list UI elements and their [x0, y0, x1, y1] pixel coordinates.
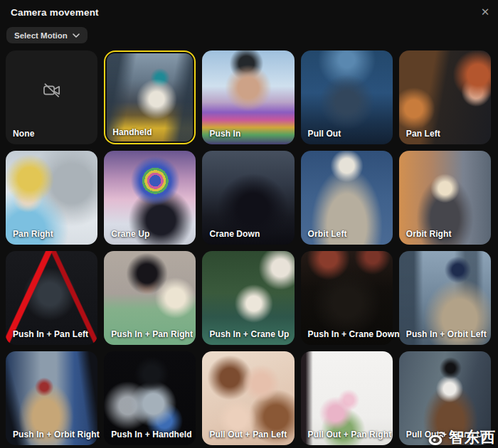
- select-motion-label: Select Motion: [14, 31, 68, 40]
- motion-tile-push-in[interactable]: Push In: [202, 50, 294, 144]
- panel-header: Camera movement ✕: [0, 0, 498, 18]
- motion-tile-push-in-crane-up[interactable]: Push In + Crane Up: [202, 251, 294, 345]
- motion-tile-push-in-orbit-right[interactable]: Push In + Orbit Right: [6, 351, 97, 445]
- motion-label: Orbit Right: [406, 229, 452, 239]
- motion-tile-push-in-pan-left[interactable]: Push In + Pan Left: [6, 251, 97, 345]
- chevron-down-icon: [73, 33, 80, 38]
- motion-label: Pan Right: [13, 229, 53, 239]
- motion-tile-orbit-left[interactable]: Orbit Left: [301, 151, 393, 245]
- motion-label: Push In + Crane Down: [308, 329, 400, 339]
- close-icon: ✕: [481, 6, 490, 18]
- motion-label: Push In + Pan Right: [111, 329, 193, 339]
- page-title: Camera movement: [11, 7, 498, 18]
- motion-label: Push In + Handheld: [111, 430, 191, 439]
- motion-label: Crane Up: [111, 229, 149, 239]
- motion-label: Pan Left: [406, 129, 440, 139]
- close-button[interactable]: ✕: [477, 4, 494, 21]
- motion-label: Pull Out + Pan Right: [308, 430, 392, 439]
- motion-tile-handheld[interactable]: Handheld: [104, 50, 196, 144]
- motion-tile-crane-up[interactable]: Crane Up: [104, 151, 196, 245]
- motion-tile-pull-out[interactable]: Pull Out: [301, 50, 393, 144]
- motion-label: Push In + Pan Left: [13, 329, 88, 339]
- motion-label: Crane Down: [209, 229, 260, 239]
- motion-tile-pull-out-crane-up[interactable]: Pull Out + Crane Up: [399, 351, 491, 445]
- motion-label: Orbit Left: [308, 229, 347, 239]
- motion-tile-push-in-crane-down[interactable]: Push In + Crane Down: [301, 251, 393, 345]
- motion-tile-push-in-handheld[interactable]: Push In + Handheld: [104, 351, 196, 445]
- motion-label: Push In + Crane Up: [209, 329, 289, 339]
- motion-label: Pull Out: [308, 129, 341, 139]
- motion-tile-pull-out-pan-right[interactable]: Pull Out + Pan Right: [301, 351, 393, 445]
- motion-tile-none[interactable]: None: [6, 50, 97, 144]
- motion-label: Pull Out + Pan Left: [209, 430, 287, 439]
- motion-tile-pull-out-pan-left[interactable]: Pull Out + Pan Left: [202, 351, 294, 445]
- motion-tile-pan-left[interactable]: Pan Left: [399, 50, 491, 144]
- motion-tile-orbit-right[interactable]: Orbit Right: [399, 151, 491, 245]
- motion-label: None: [13, 129, 34, 139]
- motion-tile-push-in-pan-right[interactable]: Push In + Pan Right: [104, 251, 196, 345]
- motion-tile-push-in-orbit-left[interactable]: Push In + Orbit Left: [399, 251, 491, 345]
- camera-movement-panel: Camera movement ✕ Select Motion None Ha: [0, 0, 498, 448]
- select-motion-dropdown[interactable]: Select Motion: [6, 27, 88, 43]
- motion-label: Pull Out + Crane Up: [406, 430, 488, 439]
- motion-label: Handheld: [112, 127, 152, 137]
- motion-label: Push In + Orbit Right: [13, 430, 100, 439]
- motion-tile-crane-down[interactable]: Crane Down: [202, 151, 294, 245]
- motion-label: Push In: [209, 129, 240, 139]
- video-camera-off-icon: [42, 82, 61, 102]
- motion-tile-pan-right[interactable]: Pan Right: [6, 151, 97, 245]
- motion-label: Push In + Orbit Left: [406, 329, 487, 339]
- motion-grid: None Handheld Push In Pull Out Pan Left …: [0, 50, 498, 445]
